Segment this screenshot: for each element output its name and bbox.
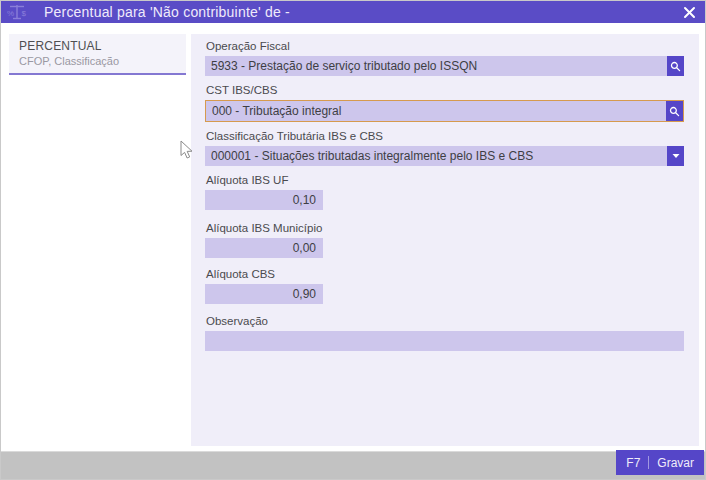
label-aliquota-ibs-uf: Alíquota IBS UF	[206, 174, 684, 186]
balance-scale-icon: % $	[6, 3, 28, 21]
magnifier-icon	[670, 61, 681, 72]
aliquota-ibs-uf-input[interactable]	[205, 190, 323, 210]
sidebar: PERCENTUAL CFOP, Classificação	[9, 34, 186, 75]
save-button[interactable]: F7 Gravar	[616, 450, 704, 475]
label-cst-ibs-cbs: CST IBS/CBS	[206, 84, 684, 96]
operacao-fiscal-lookup-button[interactable]	[667, 56, 684, 76]
classificacao-tributaria-input[interactable]	[205, 146, 667, 166]
form-panel: Operação Fiscal CST IBS/CBS Classificaçã…	[191, 34, 699, 446]
chevron-down-icon	[672, 153, 680, 159]
aliquota-ibs-municipio-input[interactable]	[205, 238, 323, 258]
label-aliquota-ibs-municipio: Alíquota IBS Município	[206, 222, 684, 234]
dialog-window: % $ Percentual para 'Não contribuinte' d…	[0, 0, 706, 480]
magnifier-icon	[669, 106, 680, 117]
observacao-input[interactable]	[205, 331, 684, 351]
sidebar-item-subtitle: CFOP, Classificação	[19, 55, 186, 67]
field-classificacao-tributaria	[205, 146, 684, 166]
save-shortcut: F7	[626, 456, 640, 470]
field-cst-ibs-cbs	[205, 100, 684, 122]
label-aliquota-cbs: Alíquota CBS	[206, 268, 684, 280]
footer-bar: F7 Gravar	[1, 451, 705, 479]
operacao-fiscal-input[interactable]	[205, 56, 667, 76]
titlebar: % $ Percentual para 'Não contribuinte' d…	[1, 1, 705, 23]
label-classificacao-tributaria: Classificação Tributária IBS e CBS	[206, 130, 684, 142]
button-divider	[648, 456, 649, 469]
cst-ibs-cbs-input[interactable]	[206, 101, 666, 121]
close-button[interactable]	[681, 4, 698, 20]
window-title: Percentual para 'Não contribuinte' de -	[44, 4, 290, 20]
svg-text:%: %	[7, 9, 14, 18]
field-operacao-fiscal	[205, 56, 684, 76]
cst-ibs-cbs-lookup-button[interactable]	[666, 101, 683, 121]
aliquota-cbs-input[interactable]	[205, 284, 323, 304]
label-observacao: Observação	[206, 315, 684, 327]
label-operacao-fiscal: Operação Fiscal	[206, 40, 684, 52]
close-icon	[683, 6, 696, 19]
svg-text:$: $	[22, 9, 27, 18]
classificacao-tributaria-dropdown-button[interactable]	[667, 146, 684, 166]
sidebar-item-title: PERCENTUAL	[19, 39, 186, 53]
sidebar-item-percentual[interactable]: PERCENTUAL CFOP, Classificação	[9, 34, 186, 75]
save-label: Gravar	[657, 456, 694, 470]
